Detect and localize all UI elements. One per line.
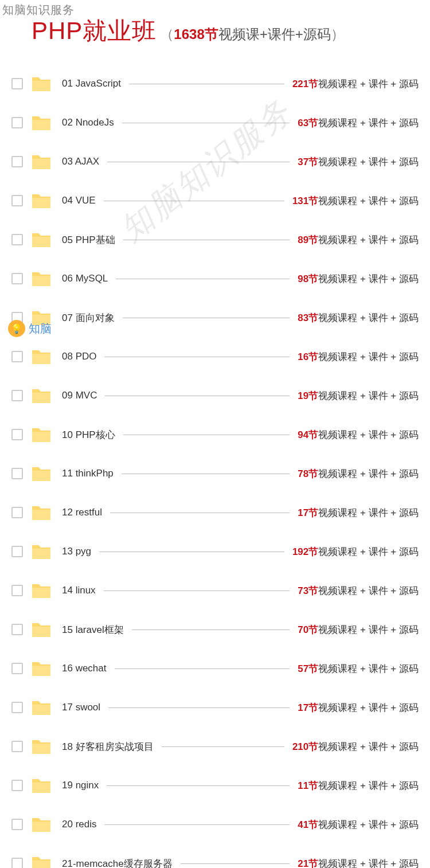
folder-row[interactable]: 17 swool 17节视频课程 + 课件 + 源码	[11, 688, 419, 727]
folder-suffix: 视频课程 + 课件 + 源码	[318, 79, 419, 89]
folder-meta: 63节视频课程 + 课件 + 源码	[298, 116, 419, 130]
folder-icon	[31, 309, 52, 326]
folder-count: 11节	[298, 780, 318, 791]
folder-count: 221节	[292, 79, 318, 89]
checkbox[interactable]	[11, 156, 23, 167]
folder-suffix: 视频课程 + 课件 + 源码	[318, 429, 419, 440]
divider-line	[105, 396, 290, 396]
checkbox[interactable]	[11, 117, 23, 128]
checkbox[interactable]	[11, 78, 23, 89]
folder-name: 12 restful	[62, 507, 102, 518]
folder-count: 63节	[298, 118, 318, 128]
divider-line	[123, 318, 290, 318]
folder-row[interactable]: 20 redis 41节视频课程 + 课件 + 源码	[11, 805, 419, 844]
divider-line	[115, 668, 290, 669]
folder-row[interactable]: 10 PHP核心 94节视频课程 + 课件 + 源码	[11, 415, 419, 454]
checkbox[interactable]	[11, 273, 23, 284]
checkbox[interactable]	[11, 741, 23, 752]
folder-suffix: 视频课程 + 课件 + 源码	[318, 819, 419, 830]
divider-line	[110, 513, 290, 513]
folder-row[interactable]: 01 JavaScript 221节视频课程 + 课件 + 源码	[11, 64, 419, 103]
checkbox[interactable]	[11, 663, 23, 674]
folder-row[interactable]: 05 PHP基础 89节视频课程 + 课件 + 源码	[11, 220, 419, 259]
folder-icon	[31, 621, 52, 638]
folder-suffix: 视频课程 + 课件 + 源码	[318, 780, 419, 791]
checkbox[interactable]	[11, 195, 23, 206]
folder-row[interactable]: 21-memcache缓存服务器 21节视频课程 + 课件 + 源码	[11, 844, 419, 868]
folder-suffix: 视频课程 + 课件 + 源码	[318, 663, 419, 674]
divider-line	[181, 863, 290, 864]
folder-icon	[31, 153, 52, 170]
folder-row[interactable]: 12 restful 17节视频课程 + 课件 + 源码	[11, 493, 419, 532]
folder-icon	[31, 465, 52, 482]
divider-line	[116, 279, 290, 279]
divider-line	[162, 746, 284, 747]
folder-row[interactable]: 08 PDO 16节视频课程 + 课件 + 源码	[11, 337, 419, 376]
checkbox[interactable]	[11, 819, 23, 830]
header-suffix: 视频课+课件+源码	[218, 26, 331, 42]
folder-icon	[31, 387, 52, 404]
folder-row[interactable]: 15 laravel框架 70节视频课程 + 课件 + 源码	[11, 610, 419, 649]
folder-row[interactable]: 04 VUE 131节视频课程 + 课件 + 源码	[11, 181, 419, 220]
folder-count: 57节	[298, 663, 318, 674]
folder-icon	[31, 738, 52, 755]
folder-icon	[31, 543, 52, 560]
checkbox[interactable]	[11, 429, 23, 440]
folder-meta: 37节视频课程 + 课件 + 源码	[298, 155, 419, 169]
folder-row[interactable]: 13 pyg 192节视频课程 + 课件 + 源码	[11, 532, 419, 571]
folder-name: 17 swool	[62, 702, 100, 713]
folder-meta: 83节视频课程 + 课件 + 源码	[298, 311, 419, 324]
folder-meta: 57节视频课程 + 课件 + 源码	[298, 662, 419, 675]
folder-meta: 131节视频课程 + 课件 + 源码	[292, 194, 419, 208]
folder-icon	[31, 231, 52, 248]
divider-line	[104, 201, 284, 201]
folder-icon	[31, 270, 52, 287]
folder-row[interactable]: 06 MySQL 98节视频课程 + 课件 + 源码	[11, 259, 419, 298]
checkbox[interactable]	[11, 546, 23, 557]
folder-name: 13 pyg	[62, 546, 91, 557]
folder-row[interactable]: 14 linux 73节视频课程 + 课件 + 源码	[11, 571, 419, 610]
folder-name: 19 nginx	[62, 780, 99, 791]
checkbox[interactable]	[11, 234, 23, 245]
folder-icon	[31, 816, 52, 833]
folder-icon	[31, 699, 52, 716]
checkbox[interactable]	[11, 702, 23, 713]
folder-name: 07 面向对象	[62, 311, 115, 324]
checkbox[interactable]	[11, 780, 23, 791]
folder-row[interactable]: 07 面向对象 83节视频课程 + 课件 + 源码	[11, 298, 419, 337]
divider-line	[123, 435, 290, 435]
checkbox[interactable]	[11, 507, 23, 518]
divider-line	[107, 162, 290, 162]
folder-icon	[31, 192, 52, 209]
checkbox[interactable]	[11, 624, 23, 635]
folder-meta: 17节视频课程 + 课件 + 源码	[298, 701, 419, 714]
folder-count: 210节	[292, 741, 318, 752]
folder-count: 37节	[298, 157, 318, 167]
checkbox[interactable]	[11, 858, 23, 868]
folder-name: 20 redis	[62, 819, 96, 830]
folder-row[interactable]: 03 AJAX 37节视频课程 + 课件 + 源码	[11, 142, 419, 181]
folder-row[interactable]: 11 thinkPhp 78节视频课程 + 课件 + 源码	[11, 454, 419, 493]
folder-meta: 41节视频课程 + 课件 + 源码	[298, 818, 419, 831]
folder-name: 16 wechat	[62, 663, 107, 674]
folder-suffix: 视频课程 + 课件 + 源码	[318, 157, 419, 167]
folder-icon	[31, 114, 52, 131]
folder-count: 78节	[298, 468, 318, 479]
checkbox[interactable]	[11, 585, 23, 596]
checkbox[interactable]	[11, 468, 23, 479]
folder-row[interactable]: 18 好客租房实战项目 210节视频课程 + 课件 + 源码	[11, 727, 419, 766]
folder-name: 09 MVC	[62, 390, 97, 401]
folder-count: 94节	[298, 429, 318, 440]
folder-row[interactable]: 19 nginx 11节视频课程 + 课件 + 源码	[11, 766, 419, 805]
folder-name: 14 linux	[62, 585, 96, 596]
folder-meta: 17节视频课程 + 课件 + 源码	[298, 506, 419, 519]
folder-meta: 221节视频课程 + 课件 + 源码	[292, 77, 419, 91]
folder-icon	[31, 75, 52, 92]
folder-row[interactable]: 09 MVC 19节视频课程 + 课件 + 源码	[11, 376, 419, 415]
folder-suffix: 视频课程 + 课件 + 源码	[318, 468, 419, 479]
checkbox[interactable]	[11, 390, 23, 401]
folder-row[interactable]: 16 wechat 57节视频课程 + 课件 + 源码	[11, 649, 419, 688]
folder-row[interactable]: 02 NnodeJs 63节视频课程 + 课件 + 源码	[11, 103, 419, 142]
checkbox[interactable]	[11, 312, 23, 323]
checkbox[interactable]	[11, 351, 23, 362]
